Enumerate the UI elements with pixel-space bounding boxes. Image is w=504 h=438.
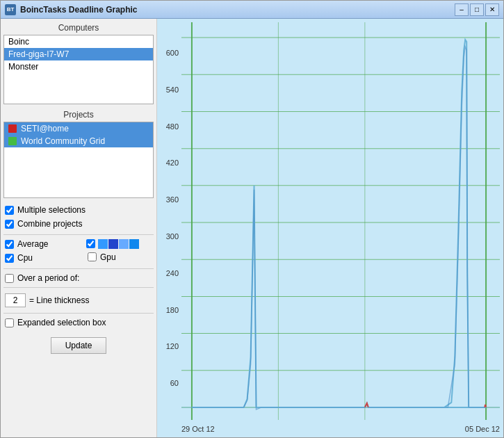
- main-content: Computers Boinc Fred-giga-I7-W7 Monster …: [1, 19, 503, 437]
- y-label-300: 300: [166, 232, 179, 241]
- expanded-selection-row: Expanded selection box: [3, 316, 154, 329]
- line-thickness-row: = Line thickness: [3, 291, 154, 310]
- average-col: Average Cpu: [3, 238, 83, 266]
- app-icon: BT: [5, 4, 16, 15]
- project-color-wcg: [8, 137, 17, 145]
- period-checkbox[interactable]: [5, 274, 14, 283]
- multiple-selections-row: Multiple selections: [3, 204, 154, 216]
- color-block-2: [108, 239, 118, 249]
- computer-name: Boinc: [8, 37, 29, 47]
- average-checkbox[interactable]: [5, 240, 14, 249]
- color-checkbox[interactable]: [86, 239, 95, 248]
- gpu-checkbox[interactable]: [88, 252, 97, 261]
- y-label-540: 540: [166, 86, 179, 94]
- combine-projects-row: Combine projects: [3, 218, 154, 230]
- computers-label: Computers: [3, 22, 154, 35]
- chart-inner: [181, 22, 500, 420]
- x-label-oct: 29 Oct 12: [181, 425, 215, 433]
- y-label-420: 420: [166, 159, 179, 167]
- projects-label: Projects: [3, 108, 154, 122]
- gpu-row: Gpu: [86, 251, 139, 263]
- project-item-seti[interactable]: SETI@home: [4, 122, 153, 135]
- period-row: Over a period of:: [3, 272, 154, 284]
- divider-2: [3, 268, 154, 269]
- average-gpu-row: Average Cpu: [3, 238, 154, 266]
- color-block-3: [119, 239, 129, 249]
- gpu-label[interactable]: Gpu: [100, 252, 116, 262]
- computers-list[interactable]: Boinc Fred-giga-I7-W7 Monster: [3, 35, 154, 104]
- color-block-1: [98, 239, 108, 249]
- computer-name: Fred-giga-I7-W7: [8, 49, 69, 59]
- y-label-480: 480: [166, 122, 179, 131]
- color-blocks-row: [86, 239, 139, 249]
- average-label[interactable]: Average: [17, 239, 48, 249]
- main-window: BT BoincTasks Deadline Graphic – □ ✕ Com…: [0, 0, 504, 438]
- cpu-checkbox[interactable]: [5, 254, 14, 263]
- computer-item-fred[interactable]: Fred-giga-I7-W7: [4, 48, 153, 60]
- multiple-selections-label[interactable]: Multiple selections: [17, 205, 86, 215]
- controls-section: Multiple selections Combine projects Ave…: [3, 202, 154, 435]
- titlebar-buttons: – □ ✕: [455, 3, 499, 16]
- color-block-4: [129, 239, 139, 249]
- y-label-180: 180: [166, 306, 179, 314]
- line-thickness-input[interactable]: [5, 293, 26, 307]
- color-gpu-col: Gpu: [86, 239, 154, 265]
- titlebar: BT BoincTasks Deadline Graphic – □ ✕: [1, 1, 503, 19]
- divider-4: [3, 313, 154, 314]
- chart-svg: [181, 22, 500, 420]
- cpu-label[interactable]: Cpu: [17, 253, 33, 263]
- divider-3: [3, 287, 154, 288]
- computer-item-boinc[interactable]: Boinc: [4, 35, 153, 48]
- expanded-selection-label[interactable]: Expanded selection box: [17, 318, 106, 327]
- divider-1: [3, 234, 154, 235]
- computer-name: Monster: [8, 62, 38, 72]
- project-color-seti: [8, 124, 17, 133]
- project-name: SETI@home: [21, 124, 69, 133]
- y-label-360: 360: [166, 195, 179, 204]
- color-blocks: [98, 239, 139, 249]
- y-label-120: 120: [166, 342, 179, 350]
- cpu-row: Cpu: [3, 252, 83, 264]
- multiple-selections-checkbox[interactable]: [5, 206, 14, 215]
- project-name: World Community Grid: [21, 136, 105, 146]
- combine-projects-label[interactable]: Combine projects: [17, 219, 82, 229]
- window-title: BoincTasks Deadline Graphic: [20, 5, 455, 15]
- projects-list[interactable]: SETI@home World Community Grid: [3, 122, 154, 198]
- x-label-dec: 05 Dec 12: [465, 425, 500, 433]
- update-button-container: Update: [3, 334, 154, 354]
- left-panel: Computers Boinc Fred-giga-I7-W7 Monster …: [1, 19, 157, 437]
- y-label-240: 240: [166, 269, 179, 277]
- close-button[interactable]: ✕: [485, 3, 499, 16]
- minimize-button[interactable]: –: [455, 3, 469, 16]
- y-label-600: 600: [166, 49, 179, 57]
- combine-projects-checkbox[interactable]: [5, 220, 14, 229]
- average-row: Average: [3, 238, 83, 250]
- chart-area: 600 540 480 420 360 300 240 180 120 60: [157, 19, 503, 437]
- y-labels: 600 540 480 420 360 300 240 180 120 60: [157, 22, 181, 420]
- svg-rect-0: [181, 22, 500, 420]
- period-label[interactable]: Over a period of:: [17, 273, 79, 283]
- computer-item-monster[interactable]: Monster: [4, 60, 153, 73]
- expanded-selection-checkbox[interactable]: [5, 318, 14, 327]
- maximize-button[interactable]: □: [470, 3, 484, 16]
- update-button[interactable]: Update: [51, 337, 107, 354]
- x-labels: 29 Oct 12 05 Dec 12: [181, 422, 500, 436]
- line-thickness-label: = Line thickness: [29, 295, 89, 305]
- project-item-wcg[interactable]: World Community Grid: [4, 135, 153, 147]
- y-label-60: 60: [170, 379, 179, 387]
